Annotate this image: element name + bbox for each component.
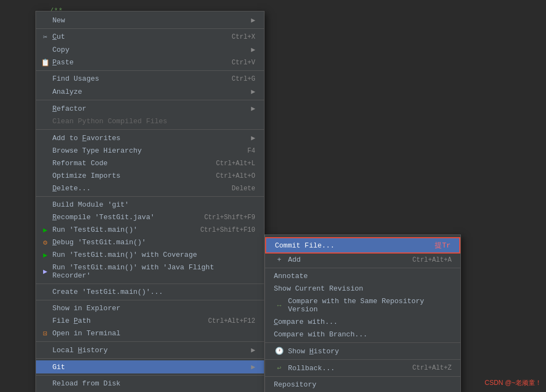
menu-item-clean-python: Clean Python Compiled Files bbox=[36, 115, 264, 128]
submenu-item-annotate[interactable]: Annotate bbox=[265, 270, 460, 282]
commit-shortcut-label: 提Tr bbox=[435, 240, 451, 250]
submenu-item-compare-same-repo[interactable]: ↔ Compare with the Same Repository Versi… bbox=[265, 295, 460, 316]
menu-item-git[interactable]: Git ▶ bbox=[36, 360, 264, 373]
menu-item-run[interactable]: ▶ Run 'TestGit.main()' Ctrl+Shift+F10 bbox=[36, 224, 264, 236]
menu-separator-2 bbox=[36, 70, 264, 71]
add-icon: + bbox=[274, 256, 285, 264]
menu-item-run-jfr[interactable]: ▶ Run 'TestGit.main()' with 'Java Flight… bbox=[36, 261, 264, 282]
watermark: CSDN @~老顽童！ bbox=[484, 378, 542, 388]
context-menu: New ▶ ✂ Cut Ctrl+X Copy ▶ 📋 Paste Ctrl+V… bbox=[35, 11, 265, 392]
submenu-separator-3 bbox=[265, 359, 460, 360]
menu-item-paste[interactable]: 📋 Paste Ctrl+V bbox=[36, 56, 264, 69]
jfr-icon: ▶ bbox=[40, 267, 50, 276]
history-icon: 🕐 bbox=[274, 347, 285, 355]
menu-separator-3 bbox=[36, 100, 264, 100]
submenu-item-repository[interactable]: Repository bbox=[265, 378, 460, 391]
menu-item-add-favorites[interactable]: Add to Favorites ▶ bbox=[36, 131, 264, 144]
run-icon: ▶ bbox=[40, 226, 50, 234]
menu-separator-8 bbox=[36, 341, 264, 342]
submenu-separator-4 bbox=[265, 376, 460, 377]
menu-item-create[interactable]: Create 'TestGit.main()'... bbox=[36, 286, 264, 298]
menu-separator-7 bbox=[36, 300, 264, 300]
submenu-item-add[interactable]: + Add Ctrl+Alt+A bbox=[265, 254, 460, 266]
cut-icon: ✂ bbox=[40, 33, 50, 41]
menu-item-file-path[interactable]: File Path Ctrl+Alt+F12 bbox=[36, 315, 264, 327]
menu-separator-4 bbox=[36, 129, 264, 130]
submenu-item-rollback[interactable]: ↩ Rollback... Ctrl+Alt+Z bbox=[265, 361, 460, 375]
submenu-item-compare-branch[interactable]: Compare with Branch... bbox=[265, 328, 460, 341]
menu-item-browse-hierarchy[interactable]: Browse Type Hierarchy F4 bbox=[36, 144, 264, 157]
menu-separator-1 bbox=[36, 28, 264, 29]
submenu-item-show-history[interactable]: 🕐 Show History bbox=[265, 345, 460, 358]
submenu-item-commit-file[interactable]: Commit File... 提Tr bbox=[265, 237, 460, 254]
debug-icon: ⚙ bbox=[40, 238, 50, 247]
terminal-icon: ⊡ bbox=[40, 329, 50, 338]
menu-item-run-coverage[interactable]: ▶ Run 'TestGit.main()' with Coverage bbox=[36, 249, 264, 261]
submenu-separator-1 bbox=[265, 268, 460, 268]
menu-item-copy[interactable]: Copy ▶ bbox=[36, 43, 264, 56]
menu-item-local-history[interactable]: Local History ▶ bbox=[36, 343, 264, 357]
submenu-separator-2 bbox=[265, 342, 460, 343]
menu-item-cut[interactable]: ✂ Cut Ctrl+X bbox=[36, 31, 264, 43]
menu-separator-5 bbox=[36, 196, 264, 197]
menu-item-find-usages[interactable]: Find Usages Ctrl+G bbox=[36, 73, 264, 85]
menu-item-refactor[interactable]: Refactor ▶ bbox=[36, 102, 264, 115]
git-submenu: Commit File... 提Tr + Add Ctrl+Alt+A Anno… bbox=[265, 234, 461, 392]
menu-item-build-module[interactable]: Build Module 'git' bbox=[36, 198, 264, 211]
menu-item-optimize-imports[interactable]: Optimize Imports Ctrl+Alt+O bbox=[36, 170, 264, 182]
menu-item-new[interactable]: New ▶ bbox=[36, 14, 264, 27]
menu-item-reformat[interactable]: Reformat Code Ctrl+Alt+L bbox=[36, 157, 264, 170]
submenu-item-compare-with[interactable]: Compare with... bbox=[265, 316, 460, 328]
menu-separator-10 bbox=[36, 375, 264, 376]
paste-icon: 📋 bbox=[40, 58, 50, 67]
menu-item-show-explorer[interactable]: Show in Explorer bbox=[36, 302, 264, 315]
submenu-item-show-current-revision[interactable]: Show Current Revision bbox=[265, 282, 460, 295]
menu-item-delete[interactable]: Delete... Delete bbox=[36, 182, 264, 195]
menu-separator-9 bbox=[36, 358, 264, 359]
menu-separator-6 bbox=[36, 284, 264, 284]
menu-item-analyze[interactable]: Analyze ▶ bbox=[36, 85, 264, 98]
compare-icon: ↔ bbox=[274, 301, 285, 310]
coverage-icon: ▶ bbox=[40, 251, 50, 260]
menu-item-open-terminal[interactable]: ⊡ Open in Terminal bbox=[36, 327, 264, 340]
rollback-icon: ↩ bbox=[274, 364, 285, 372]
menu-item-debug[interactable]: ⚙ Debug 'TestGit.main()' bbox=[36, 236, 264, 249]
menu-item-reload[interactable]: Reload from Disk bbox=[36, 377, 264, 390]
menu-item-recompile[interactable]: Recompile 'TestGit.java' Ctrl+Shift+F9 bbox=[36, 211, 264, 224]
